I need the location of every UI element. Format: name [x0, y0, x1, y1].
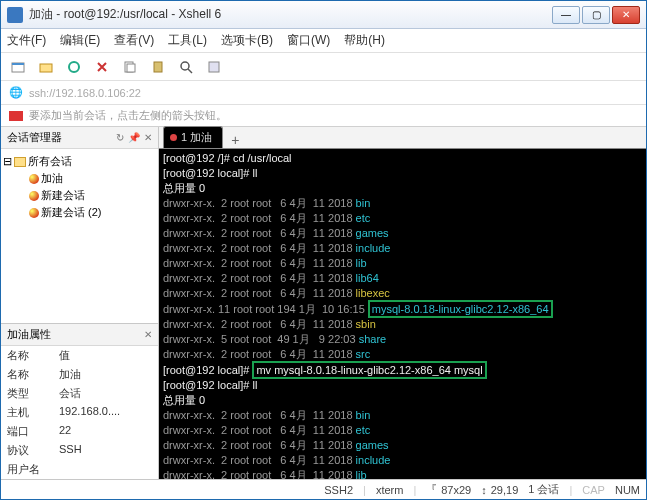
svg-point-7	[181, 62, 189, 70]
disconnect-button[interactable]	[91, 56, 113, 78]
session-icon	[29, 174, 39, 184]
prop-row: 协议SSH	[1, 441, 158, 460]
menu-help[interactable]: 帮助(H)	[344, 32, 385, 49]
status-pos: ↕ 29,19	[481, 484, 518, 496]
hint-bar: 要添加当前会话，点击左侧的箭头按钮。	[1, 105, 646, 127]
find-button[interactable]	[175, 56, 197, 78]
terminal-tab[interactable]: 1 加油	[163, 126, 223, 148]
prop-row: 端口22	[1, 422, 158, 441]
prop-row: 名称值	[1, 346, 158, 365]
tree-item[interactable]: 加油	[3, 170, 156, 187]
prop-row: 主机192.168.0....	[1, 403, 158, 422]
folder-icon	[14, 157, 26, 167]
status-conn: SSH2	[324, 484, 353, 496]
session-manager-title: 会话管理器	[7, 130, 62, 145]
close-button[interactable]: ✕	[612, 6, 640, 24]
window-title: 加油 - root@192:/usr/local - Xshell 6	[29, 6, 552, 23]
menu-file[interactable]: 文件(F)	[7, 32, 46, 49]
status-sess: 1 会话	[528, 482, 559, 497]
tree-root[interactable]: ⊟ 所有会话	[3, 153, 156, 170]
status-cap: CAP	[582, 484, 605, 496]
status-term: xterm	[376, 484, 404, 496]
refresh-icon[interactable]: ↻	[116, 132, 124, 143]
tree-root-label: 所有会话	[28, 154, 72, 169]
paste-button[interactable]	[147, 56, 169, 78]
close-panel-icon[interactable]: ✕	[144, 329, 152, 340]
tree-item[interactable]: 新建会话 (2)	[3, 204, 156, 221]
svg-rect-5	[127, 64, 135, 72]
new-tab-button[interactable]: +	[223, 132, 247, 148]
svg-rect-9	[209, 62, 219, 72]
hint-text: 要添加当前会话，点击左侧的箭头按钮。	[29, 108, 227, 123]
tab-strip: 1 加油 +	[159, 127, 646, 149]
globe-icon: 🌐	[9, 86, 23, 99]
prop-row: 类型会话	[1, 384, 158, 403]
status-bar: SSH2 | xterm | 『 87x29 ↕ 29,19 1 会话 | CA…	[1, 479, 646, 499]
session-props-header: 加油属性 ✕	[1, 324, 158, 346]
toolbar	[1, 53, 646, 81]
menu-bar: 文件(F) 编辑(E) 查看(V) 工具(L) 选项卡(B) 窗口(W) 帮助(…	[1, 29, 646, 53]
menu-tool[interactable]: 工具(L)	[168, 32, 207, 49]
session-status-icon	[170, 134, 177, 141]
session-manager-header: 会话管理器 ↻ 📌 ✕	[1, 127, 158, 149]
svg-line-8	[188, 69, 192, 73]
props-title: 加油属性	[7, 327, 51, 342]
session-props-panel: 加油属性 ✕ 名称值 名称加油 类型会话 主机192.168.0.... 端口2…	[1, 323, 158, 479]
open-button[interactable]	[35, 56, 57, 78]
svg-rect-2	[40, 64, 52, 72]
reconnect-button[interactable]	[63, 56, 85, 78]
terminal-output[interactable]: [root@192 /]# cd /usr/local [root@192 lo…	[159, 149, 646, 479]
menu-edit[interactable]: 编辑(E)	[60, 32, 100, 49]
minimize-button[interactable]: —	[552, 6, 580, 24]
svg-rect-6	[154, 62, 162, 72]
address-bar[interactable]: 🌐 ssh://192.168.0.106:22	[1, 81, 646, 105]
prop-row: 名称加油	[1, 365, 158, 384]
session-icon	[29, 191, 39, 201]
menu-tabs[interactable]: 选项卡(B)	[221, 32, 273, 49]
address-text[interactable]: ssh://192.168.0.106:22	[29, 87, 141, 99]
window-controls: — ▢ ✕	[552, 6, 640, 24]
status-num: NUM	[615, 484, 640, 496]
menu-window[interactable]: 窗口(W)	[287, 32, 330, 49]
tree-item[interactable]: 新建会话	[3, 187, 156, 204]
new-session-button[interactable]	[7, 56, 29, 78]
session-tree[interactable]: ⊟ 所有会话 加油 新建会话 新建会话 (2)	[1, 149, 158, 323]
main-area: 会话管理器 ↻ 📌 ✕ ⊟ 所有会话 加油 新建会话 新建会话 (2) 加油属性…	[1, 127, 646, 479]
tab-label: 1 加油	[181, 130, 212, 145]
svg-point-3	[69, 62, 79, 72]
title-bar: 加油 - root@192:/usr/local - Xshell 6 — ▢ …	[1, 1, 646, 29]
pin-icon[interactable]: 📌	[128, 132, 140, 143]
flag-icon	[9, 111, 23, 121]
prop-row: 用户名	[1, 460, 158, 479]
status-size: 『 87x29	[426, 482, 471, 497]
terminal-pane: 1 加油 + [root@192 /]# cd /usr/local [root…	[159, 127, 646, 479]
app-icon	[7, 7, 23, 23]
copy-button[interactable]	[119, 56, 141, 78]
close-panel-icon[interactable]: ✕	[144, 132, 152, 143]
menu-view[interactable]: 查看(V)	[114, 32, 154, 49]
svg-rect-1	[12, 63, 24, 65]
session-icon	[29, 208, 39, 218]
session-manager-panel: 会话管理器 ↻ 📌 ✕ ⊟ 所有会话 加油 新建会话 新建会话 (2) 加油属性…	[1, 127, 159, 479]
props-button[interactable]	[203, 56, 225, 78]
maximize-button[interactable]: ▢	[582, 6, 610, 24]
